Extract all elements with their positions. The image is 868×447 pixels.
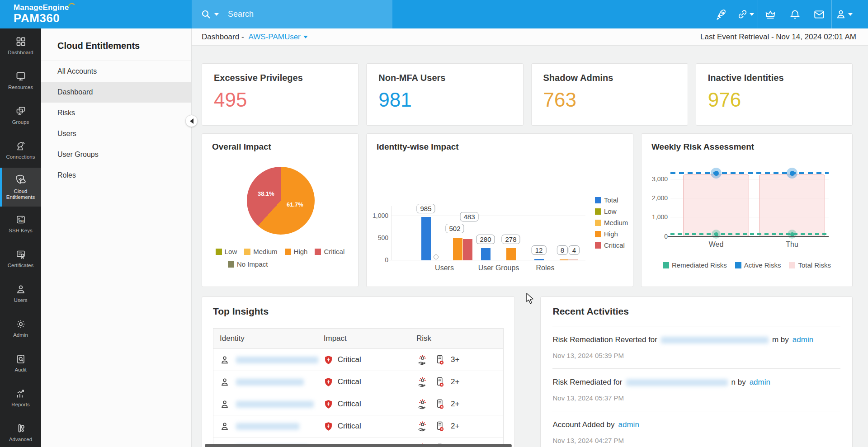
sidebar-item-advanced[interactable]: Advanced [0,415,41,447]
overall-impact-pie-chart[interactable]: 38.1% 61.7% [247,167,315,235]
link-icon [737,9,748,20]
main-content: Dashboard - AWS-PAMUser Last Event Retri… [192,28,868,447]
x-category: User Groups [478,264,519,272]
account-selector[interactable]: AWS-PAMUser [249,33,308,42]
person-icon [220,421,230,431]
monitor-icon [15,71,26,82]
legend-swatch-remediated [663,262,669,268]
sidebar-item-dashboard[interactable]: Dashboard [0,28,41,63]
sliders-icon [15,423,26,434]
legend-swatch-no-impact [228,261,234,268]
submenu-item-risks[interactable]: Risks [41,103,191,123]
table-row[interactable]: Critical 2+ [213,415,503,438]
impact-label: Critical [338,355,361,364]
person-icon [220,377,230,387]
admin-link[interactable]: admin [618,420,639,429]
user-icon [835,9,847,20]
remediated-risks-line [670,233,829,235]
admin-link[interactable]: admin [793,335,813,344]
dashboard-grid-icon [15,36,26,47]
sidebar-item-certificates[interactable]: Certificates [0,241,41,276]
sidebar-collapse-button[interactable] [185,115,198,127]
stat-card-shadow-admins[interactable]: Shadow Admins 763 [531,63,688,126]
table-row[interactable]: Critical 2+ [213,371,503,393]
privilege-risk-icon [416,398,429,410]
stat-card-non-mfa-users[interactable]: Non-MFA Users 981 [366,63,523,126]
submenu-item-all-accounts[interactable]: All Accounts [41,61,191,82]
bar-users-total [421,217,431,260]
sidebar-item-ssh-keys[interactable]: SSH SSH Keys [0,207,41,241]
chevron-down-icon [848,13,853,16]
x-category: Users [435,264,454,272]
legend-swatch-critical [315,249,321,255]
notifications-button[interactable] [783,0,807,28]
value-label: 483 [460,212,478,221]
search-input[interactable] [228,9,363,19]
connections-menu-button[interactable] [733,0,758,28]
password-risk-icon [434,421,445,432]
sidebar-item-audit[interactable]: Audit [0,346,41,381]
search-icon[interactable] [201,9,212,20]
impact-label: Critical [338,422,361,431]
column-header-impact: Impact [324,334,416,343]
bar-roles-total [534,259,544,260]
stat-value: 976 [708,89,840,111]
admin-link[interactable]: admin [750,378,770,387]
stat-card-inactive-identities[interactable]: Inactive Identities 976 [696,63,853,126]
privilege-risk-icon [416,376,429,388]
legend-swatch-critical [595,242,601,249]
sidebar-item-cloud-entitlements[interactable]: Cloud Entitlements [0,168,41,207]
submenu-item-dashboard[interactable]: Dashboard [41,82,191,103]
legend-swatch-total [595,197,601,203]
card-title: Top Insights [202,297,514,317]
column-header-risk: Risk [416,334,503,343]
total-risks-bar-thu [759,174,825,236]
brand-swoosh-icon [68,1,75,10]
password-risk-icon [434,354,445,366]
submenu-item-user-groups[interactable]: User Groups [41,144,191,165]
sidebar-item-connections[interactable]: Connections [0,133,41,168]
impact-label: Critical [338,377,361,386]
risk-count: 2+ [451,422,459,431]
weekly-risk-chart[interactable]: 3,000 2,000 1,000 0 Wed Thu [670,169,829,237]
brand-logo: ManageEngine PAM360 [0,0,192,28]
table-row[interactable]: Critical 2+ [213,393,503,415]
bell-icon [789,9,801,20]
svg-text:SSH: SSH [19,220,24,222]
quick-launch-button[interactable] [709,0,733,28]
stat-card-excessive-privileges[interactable]: Excessive Privileges 495 [202,63,359,126]
sidebar-item-users[interactable]: Users [0,276,41,311]
legend-swatch-total [789,262,795,268]
critical-shield-icon [324,377,333,387]
legend-swatch-medium [595,220,601,226]
messages-button[interactable] [807,0,831,28]
table-row[interactable]: Critical 3+ [213,349,503,371]
horizontal-scrollbar[interactable] [205,444,512,447]
identity-impact-bar-chart[interactable]: 1,000 500 0 985 502 483 280 278 [391,206,585,260]
sidebar-item-reports[interactable]: Reports [0,381,41,415]
pie-legend-line2: No Impact [202,260,358,268]
sidebar-item-admin[interactable]: Admin [0,311,41,346]
clipboard-search-icon [15,353,26,364]
license-button[interactable] [758,0,783,28]
submenu-item-roles[interactable]: Roles [41,165,191,186]
stat-label: Inactive Identities [708,73,840,83]
privilege-risk-icon [416,420,429,433]
sidebar-item-groups[interactable]: Groups [0,98,41,133]
activity-timestamp: Nov 13, 2024 05:37 PM [552,394,840,402]
value-label: 8 [557,245,568,255]
top-insights-table: Identity Impact Risk Critical [213,328,504,447]
value-label: 278 [501,235,520,244]
critical-shield-icon [324,355,333,365]
shield-cloud-icon [15,174,27,186]
submenu-item-users[interactable]: Users [41,123,191,144]
active-risks-marker-thu [787,168,797,179]
sidebar-item-resources[interactable]: Resources [0,63,41,98]
bar-groups-total [481,248,491,260]
bar-users-high [453,238,462,260]
stat-value: 495 [214,89,346,111]
legend-swatch-high [595,231,601,237]
user-menu-button[interactable] [832,0,856,28]
search-scope-caret-icon[interactable] [214,13,219,16]
marker-users-low [434,254,439,259]
